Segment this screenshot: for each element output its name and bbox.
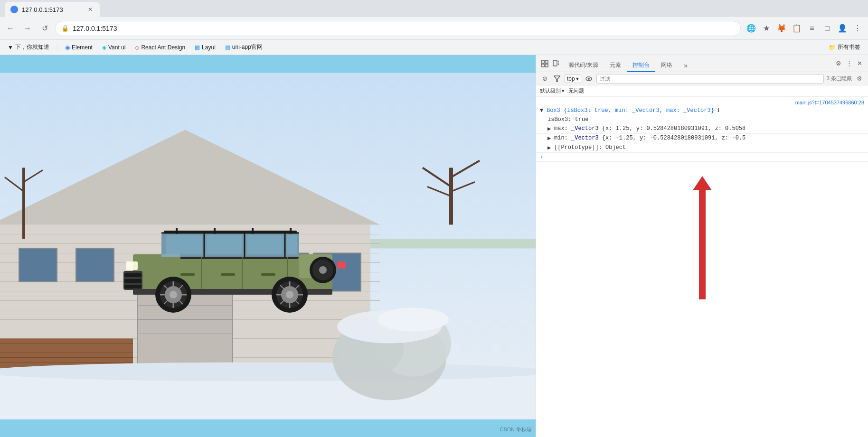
bookmark-favicon-1: ◉ xyxy=(65,44,70,51)
devtools-inspect-icon[interactable] xyxy=(540,59,549,68)
svg-rect-110 xyxy=(545,60,548,63)
entry-text-2: max: _Vector3 {x: 1.25, y: 0.52842801809… xyxy=(554,125,864,132)
webpage-area[interactable]: CSDN 争秋瑞 xyxy=(0,55,536,437)
devtools-close-area: ⚙ ⋮ ✕ xyxy=(834,59,864,68)
devtools-console[interactable]: main.js?t=1704537496860:28 ▼ Box3 {isBox… xyxy=(536,97,868,437)
entry-text-3: min: _Vector3 {x: -1.25, y: -0.528428018… xyxy=(554,135,864,141)
expand-button-4[interactable]: ▶ xyxy=(547,144,552,151)
svg-rect-107 xyxy=(252,228,254,234)
expand-button-2[interactable]: ▶ xyxy=(547,125,552,132)
browser-window: 127.0.0.1:5173 ✕ ← → ↺ 🔒 127.0.0.1:5173 … xyxy=(0,0,868,437)
console-entry-3[interactable]: ▶ min: _Vector3 {x: -1.25, y: -0.5284280… xyxy=(536,134,868,143)
console-entry-1: isBox3: true xyxy=(536,115,868,124)
entry-text-0: Box3 {isBox3: true, min: _Vector3, max: … xyxy=(547,107,864,114)
filter-toggle-icon[interactable] xyxy=(552,74,562,84)
red-arrow-annotation xyxy=(536,162,868,314)
svg-point-95 xyxy=(286,291,293,298)
svg-rect-105 xyxy=(176,228,178,234)
devtools-tabs: 源代码/来源 元素 控制台 网络 » xyxy=(563,55,832,72)
car-svg xyxy=(119,219,347,314)
bookmark-label-5: uni-app官网 xyxy=(232,43,263,51)
translate-icon[interactable]: 🌐 xyxy=(745,22,758,35)
more-icon[interactable]: ⋮ xyxy=(851,22,864,35)
back-button[interactable]: ← xyxy=(4,22,17,35)
devtools-tab-elements[interactable]: 元素 xyxy=(604,59,627,72)
devtools-device-icon[interactable] xyxy=(551,59,561,68)
arrow-shaft xyxy=(699,190,706,299)
bookmark-item-1[interactable]: ◉ Element xyxy=(61,43,96,52)
console-entry-5[interactable]: › xyxy=(536,153,868,162)
bookmark-bar: ▼ 下，你就知道 ◉ Element ◈ Vant ui ◇ React Ant… xyxy=(0,40,868,55)
svg-rect-78 xyxy=(337,261,346,269)
bookmark-favicon-5: ▦ xyxy=(225,44,230,51)
clipboard-icon[interactable]: 📋 xyxy=(790,22,803,35)
svg-point-37 xyxy=(0,363,536,381)
devtools-secondary-bar: ⊘ top ▾ 3 条已隐藏 ⚙ xyxy=(536,72,868,85)
watermark: CSDN 争秋瑞 xyxy=(500,426,532,433)
bookmark-label-3: React Ant Design xyxy=(141,44,185,51)
level-filter-row: 默认级别 ▾ 无问题 xyxy=(536,85,868,97)
url-text: 127.0.0.1:5173 xyxy=(73,25,117,32)
bookmark-icon[interactable]: ★ xyxy=(760,22,773,35)
folder-icon: 📁 xyxy=(829,44,836,51)
svg-rect-60 xyxy=(287,235,297,254)
entry-text-4: [[Prototype]]: Object xyxy=(554,144,864,151)
bookmark-item-2[interactable]: ◈ Vant ui xyxy=(98,43,129,52)
menu-icon[interactable]: ≡ xyxy=(805,22,819,35)
bookmark-label-1: Element xyxy=(72,44,93,51)
svg-point-119 xyxy=(588,78,590,80)
tab-favicon xyxy=(10,6,18,13)
tab-title: 127.0.0.1:5173 xyxy=(22,6,63,13)
expand-button-3[interactable]: ▶ xyxy=(547,135,552,142)
arrow-head xyxy=(693,176,712,190)
expand-button-5: › xyxy=(540,154,545,160)
devtools-panel: 源代码/来源 元素 控制台 网络 » ⚙ xyxy=(536,55,868,437)
expand-button-0[interactable]: ▼ xyxy=(540,107,545,114)
profile-icon[interactable]: 👤 xyxy=(836,22,849,35)
browser-tab[interactable]: 127.0.0.1:5173 ✕ xyxy=(5,2,100,17)
address-bar-row: ← → ↺ 🔒 127.0.0.1:5173 🌐 ★ 🦊 📋 ≡ □ 👤 ⋮ xyxy=(0,17,868,40)
bookmark-item-5[interactable]: ▦ uni-app官网 xyxy=(221,42,266,52)
all-bookmarks-button[interactable]: 📁 所有书签 xyxy=(825,42,864,52)
reload-button[interactable]: ↺ xyxy=(38,22,51,35)
devtools-settings-button[interactable]: ⚙ xyxy=(834,59,843,68)
devtools-close-button[interactable]: ✕ xyxy=(855,59,864,68)
forward-button[interactable]: → xyxy=(21,22,34,35)
svg-rect-104 xyxy=(164,231,297,233)
console-filter-input[interactable] xyxy=(596,74,824,84)
devtools-more-button[interactable]: ⋮ xyxy=(844,59,854,68)
extension-icon[interactable]: 🦊 xyxy=(775,22,788,35)
bookmark-label-2: Vant ui xyxy=(108,44,125,51)
context-dropdown-arrow: ▾ xyxy=(576,75,579,82)
bookmark-item-0[interactable]: ▼ 下，你就知道 xyxy=(4,42,53,52)
devtools-toolbar: 源代码/来源 元素 控制台 网络 » ⚙ xyxy=(536,55,868,72)
bookmark-icon-0: ▼ xyxy=(8,44,13,51)
svg-point-42 xyxy=(377,308,449,332)
bookmark-separator xyxy=(57,44,57,51)
console-settings-icon[interactable]: ⚙ xyxy=(855,74,864,84)
svg-rect-112 xyxy=(545,64,548,67)
console-source-link[interactable]: main.js?t=1704537496860:28 xyxy=(536,99,868,106)
console-entry-2[interactable]: ▶ max: _Vector3 {x: 1.25, y: 0.528428018… xyxy=(536,124,868,134)
context-dropdown[interactable]: top ▾ xyxy=(565,74,581,83)
car-container xyxy=(119,214,347,318)
svg-rect-74 xyxy=(124,273,142,277)
tab-close-button[interactable]: ✕ xyxy=(86,6,94,13)
clear-console-icon[interactable]: ⊘ xyxy=(540,74,549,84)
devtools-tab-sources[interactable]: 源代码/来源 xyxy=(563,59,604,72)
devtools-tab-more[interactable]: » xyxy=(678,60,693,72)
eye-toggle-icon[interactable] xyxy=(584,74,594,84)
toolbar-icons: 🌐 ★ 🦊 📋 ≡ □ 👤 ⋮ xyxy=(745,22,864,35)
bookmark-item-3[interactable]: ◇ React Ant Design xyxy=(131,43,189,52)
svg-rect-76 xyxy=(124,285,142,288)
address-bar[interactable]: 🔒 127.0.0.1:5173 xyxy=(55,21,741,36)
devtools-tab-network[interactable]: 网络 xyxy=(655,59,678,72)
context-label: top xyxy=(567,75,575,82)
hidden-count-badge: 3 条已隐藏 xyxy=(827,75,852,82)
window-icon[interactable]: □ xyxy=(821,22,834,35)
devtools-tab-console[interactable]: 控制台 xyxy=(627,59,655,72)
console-entry-0[interactable]: ▼ Box3 {isBox3: true, min: _Vector3, max… xyxy=(536,106,868,115)
console-entry-4[interactable]: ▶ [[Prototype]]: Object xyxy=(536,143,868,153)
bookmark-item-4[interactable]: ▦ Layui xyxy=(191,43,219,52)
level-filter-dropdown[interactable]: 默认级别 ▾ xyxy=(540,87,565,94)
